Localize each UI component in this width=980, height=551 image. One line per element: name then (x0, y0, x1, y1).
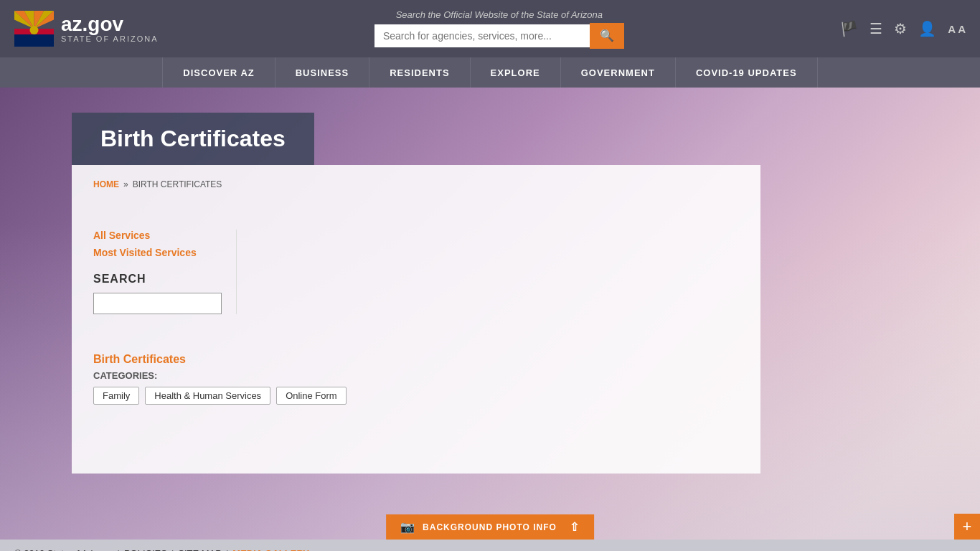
az-flag-icon (14, 11, 54, 47)
sidebar-most-visited[interactable]: Most Visited Services (93, 247, 222, 258)
page-title-box: Birth Certificates (72, 113, 314, 165)
list-icon[interactable]: ☰ (870, 20, 882, 37)
top-header: az.gov STATE OF ARIZONA Search the Offic… (0, 0, 980, 57)
nav-explore[interactable]: EXPLORE (471, 57, 561, 88)
photo-info-label: BACKGROUND PHOTO INFO (423, 522, 557, 532)
nav-government[interactable]: GOVERNMENT (561, 57, 676, 88)
breadcrumb-home[interactable]: HOME (93, 179, 119, 189)
main-content-box: HOME » BIRTH CERTIFICATES All Services M… (72, 165, 760, 474)
sidebar-search-label: SEARCH (93, 273, 222, 286)
logo-area: az.gov STATE OF ARIZONA (14, 11, 159, 47)
main-content-area: Birth Certificates CATEGORIES: Family He… (93, 336, 739, 459)
flag-icon[interactable]: 🏴 (840, 20, 858, 37)
tag-health[interactable]: Health & Human Services (145, 387, 270, 405)
categories-label: CATEGORIES: (93, 370, 739, 381)
footer-sep3: | (226, 548, 228, 552)
search-tagline: Search the Official Website of the State… (396, 9, 603, 20)
font-size-toggle[interactable]: A A (948, 23, 966, 35)
plus-button[interactable]: + (954, 514, 980, 540)
nav-residents[interactable]: RESIDENTS (369, 57, 470, 88)
hero-section: Birth Certificates HOME » BIRTH CERTIFIC… (0, 88, 980, 540)
page-title: Birth Certificates (100, 126, 286, 152)
footer-copyright: © 2019 State of Arizona (14, 548, 113, 552)
camera-icon: 📷 (400, 520, 415, 534)
footer-site-map[interactable]: SITE MAP (178, 548, 222, 552)
search-input[interactable] (374, 24, 590, 47)
header-icons: 🏴 ☰ ⚙ 👤 A A (840, 20, 966, 37)
breadcrumb-separator: » (123, 179, 128, 189)
sidebar: All Services Most Visited Services SEARC… (93, 230, 237, 314)
tag-online-form[interactable]: Online Form (276, 387, 347, 405)
logo-text: az.gov STATE OF ARIZONA (61, 14, 159, 43)
settings-icon[interactable]: ⚙ (894, 20, 907, 37)
main-nav: DISCOVER AZ BUSINESS RESIDENTS EXPLORE G… (0, 57, 980, 88)
footer-sep2: | (171, 548, 174, 552)
nav-covid[interactable]: COVID-19 UPDATES (676, 57, 818, 88)
chevron-up-icon: ⇧ (570, 520, 580, 534)
az-gov-title: az.gov (61, 14, 159, 34)
nav-business[interactable]: BUSINESS (275, 57, 369, 88)
breadcrumb: HOME » BIRTH CERTIFICATES (93, 179, 739, 189)
user-icon[interactable]: 👤 (918, 20, 936, 37)
photo-info-bar[interactable]: 📷 BACKGROUND PHOTO INFO ⇧ (386, 514, 594, 540)
section-title: Birth Certificates (93, 353, 739, 366)
tag-family[interactable]: Family (93, 387, 139, 405)
search-bar: 🔍 (374, 23, 624, 49)
sidebar-all-services[interactable]: All Services (93, 230, 222, 241)
state-label: STATE OF ARIZONA (61, 34, 159, 43)
search-icon: 🔍 (600, 29, 614, 42)
footer-policies[interactable]: POLICIES (124, 548, 167, 552)
breadcrumb-current: BIRTH CERTIFICATES (133, 179, 222, 189)
search-area: Search the Official Website of the State… (374, 9, 624, 49)
sidebar-search-input[interactable] (93, 293, 222, 314)
footer-media-gallery[interactable]: MEDIA GALLERY (232, 548, 309, 552)
search-button[interactable]: 🔍 (590, 23, 624, 49)
tag-buttons: Family Health & Human Services Online Fo… (93, 387, 739, 405)
footer-sep1: | (118, 548, 120, 552)
content-wrapper: Birth Certificates HOME » BIRTH CERTIFIC… (0, 88, 980, 488)
nav-discover-az[interactable]: DISCOVER AZ (162, 57, 275, 88)
page-footer: © 2019 State of Arizona | POLICIES | SIT… (0, 540, 980, 551)
